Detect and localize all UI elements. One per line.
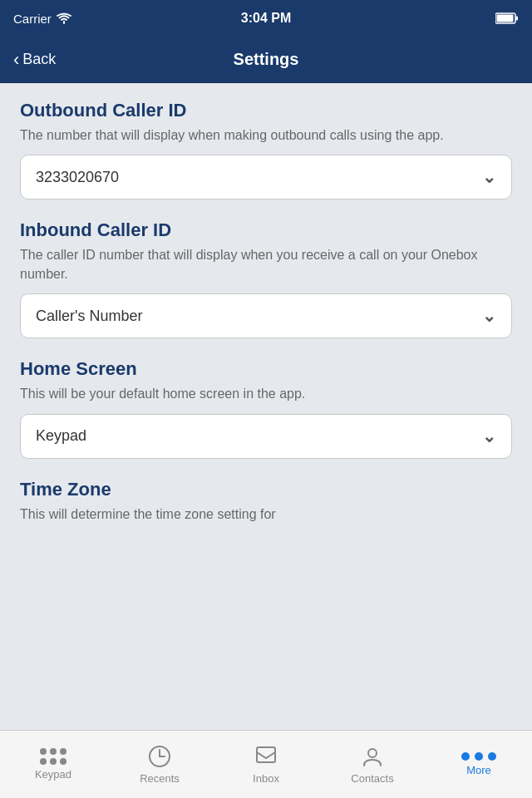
inbound-caller-id-value: Caller's Number	[36, 308, 142, 325]
tab-keypad-label: Keypad	[35, 768, 71, 781]
outbound-caller-id-value: 3233020670	[36, 169, 119, 186]
inbound-caller-id-section: Inbound Caller ID The caller ID number t…	[20, 219, 512, 338]
home-screen-dropdown-arrow-icon: ⌄	[482, 426, 496, 446]
contacts-icon	[360, 744, 385, 769]
inbound-dropdown-arrow-icon: ⌄	[482, 306, 496, 326]
battery-icon	[495, 12, 519, 24]
outbound-caller-id-section: Outbound Caller ID The number that will …	[20, 100, 512, 200]
outbound-caller-id-title: Outbound Caller ID	[20, 100, 512, 121]
inbound-caller-id-dropdown[interactable]: Caller's Number ⌄	[20, 293, 512, 338]
home-screen-section: Home Screen This will be your default ho…	[20, 358, 512, 458]
status-right	[495, 12, 519, 24]
more-icon	[461, 752, 496, 761]
home-screen-title: Home Screen	[20, 358, 512, 380]
wifi-icon	[57, 12, 71, 24]
status-time: 3:04 PM	[241, 11, 291, 26]
tab-bar: Keypad Recents Inbox Contacts More	[0, 730, 532, 798]
inbound-caller-id-title: Inbound Caller ID	[20, 219, 512, 241]
tab-contacts[interactable]: Contacts	[319, 744, 426, 785]
svg-rect-1	[497, 15, 514, 22]
svg-rect-2	[516, 17, 519, 21]
recents-icon	[147, 744, 172, 769]
status-left: Carrier	[13, 12, 71, 26]
tab-recents-label: Recents	[140, 772, 180, 785]
outbound-dropdown-arrow-icon: ⌄	[482, 167, 496, 187]
keypad-icon	[40, 748, 66, 765]
back-arrow-icon: ‹	[13, 51, 19, 69]
status-bar: Carrier 3:04 PM	[0, 0, 532, 37]
time-zone-desc: This will determine the time zone settin…	[20, 505, 512, 524]
time-zone-title: Time Zone	[20, 479, 512, 500]
page-title: Settings	[234, 50, 299, 69]
inbound-caller-id-desc: The caller ID number that will display w…	[20, 246, 512, 283]
outbound-caller-id-desc: The number that will display when making…	[20, 126, 512, 145]
home-screen-value: Keypad	[36, 427, 86, 445]
tab-inbox[interactable]: Inbox	[213, 744, 319, 785]
back-label: Back	[22, 51, 56, 68]
tab-recents[interactable]: Recents	[106, 744, 213, 785]
home-screen-dropdown[interactable]: Keypad ⌄	[20, 414, 512, 459]
back-button[interactable]: ‹ Back	[13, 51, 56, 69]
tab-more-label: More	[466, 764, 491, 776]
svg-point-7	[368, 749, 377, 757]
outbound-caller-id-dropdown[interactable]: 3233020670 ⌄	[20, 155, 512, 200]
carrier-text: Carrier	[13, 12, 52, 26]
tab-more[interactable]: More	[426, 752, 532, 776]
home-screen-desc: This will be your default home screen in…	[20, 385, 512, 403]
inbox-icon	[254, 744, 278, 769]
time-zone-section: Time Zone This will determine the time z…	[20, 479, 512, 524]
tab-inbox-label: Inbox	[253, 772, 279, 785]
tab-contacts-label: Contacts	[351, 772, 393, 785]
settings-content: Outbound Caller ID The number that will …	[0, 83, 532, 730]
nav-bar: ‹ Back Settings	[0, 37, 532, 83]
tab-keypad[interactable]: Keypad	[0, 748, 106, 781]
